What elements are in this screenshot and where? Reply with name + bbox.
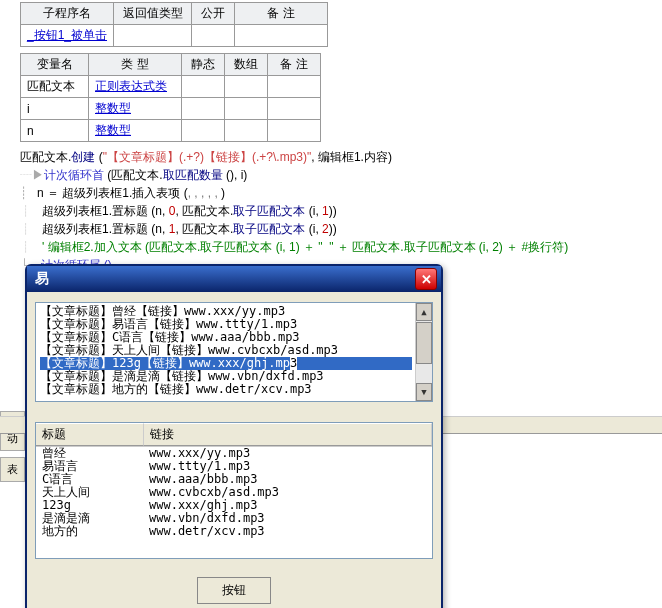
window-title: 易 xyxy=(31,270,415,274)
vars-table: 变量名 类 型 静态 数组 备 注 匹配文本正则表达式类 i整数型 n整数型 xyxy=(20,53,321,142)
titlebar[interactable]: 易 ✕ xyxy=(27,266,441,274)
col-var-type: 类 型 xyxy=(89,54,182,76)
col-static: 静态 xyxy=(182,54,225,76)
var-name[interactable]: 匹配文本 xyxy=(21,76,89,98)
code-editor[interactable]: 匹配文本.创建 ("【文章标题】(.+?)【链接】(.+?\.mp3)", 编辑… xyxy=(20,148,662,274)
col-var-name: 变量名 xyxy=(21,54,89,76)
var-name[interactable]: i xyxy=(21,98,89,120)
col-public: 公开 xyxy=(192,3,235,25)
runtime-window: 易 ✕ 【文章标题】曾经【链接】www.xxx/yy.mp3【文章标题】易语言【… xyxy=(25,264,443,274)
col-array: 数组 xyxy=(225,54,268,76)
subproc-name[interactable]: _按钮1_被单击 xyxy=(21,25,114,47)
code-comment: ' 编辑框2.加入文本 (匹配文本.取子匹配文本 (i, 1) ＋ " " ＋ … xyxy=(42,240,568,254)
col-var-remark: 备 注 xyxy=(268,54,321,76)
var-name[interactable]: n xyxy=(21,120,89,142)
close-button[interactable]: ✕ xyxy=(415,268,437,274)
col-subproc-name: 子程序名 xyxy=(21,3,114,25)
var-type[interactable]: 整数型 xyxy=(89,98,182,120)
close-icon: ✕ xyxy=(421,272,432,275)
col-remark: 备 注 xyxy=(235,3,328,25)
subproc-table: 子程序名 返回值类型 公开 备 注 _按钮1_被单击 xyxy=(20,2,328,47)
var-type[interactable]: 正则表达式类 xyxy=(89,76,182,98)
col-return-type: 返回值类型 xyxy=(114,3,192,25)
var-type[interactable]: 整数型 xyxy=(89,120,182,142)
